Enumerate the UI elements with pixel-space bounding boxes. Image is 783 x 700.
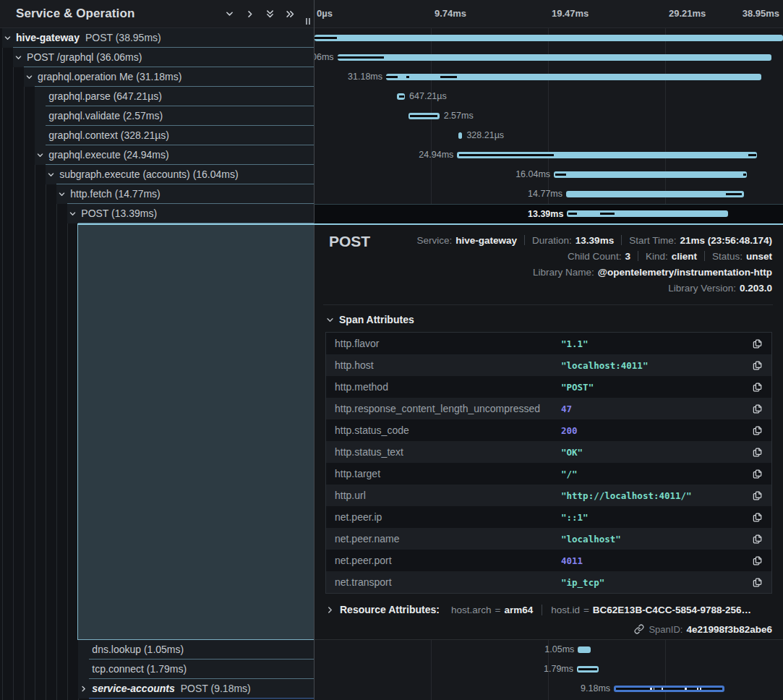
span-row-name[interactable]: subgraph.execute (accounts) (16.04ms) [0, 165, 314, 184]
attribute-row: http.host"localhost:4011" [326, 354, 771, 376]
span-duration-bar[interactable] [458, 132, 462, 139]
span-id-value: 4e21998f3b82abe6 [686, 624, 772, 635]
expand-one-chevron-right-icon[interactable] [245, 9, 254, 19]
copy-icon[interactable] [743, 490, 771, 501]
span-row-timeline[interactable]: 1.79ms [315, 660, 783, 679]
critical-path-segment [386, 76, 398, 78]
span-duration-bar[interactable] [566, 191, 744, 197]
span-row-name[interactable]: POST /graphql (36.06ms) [0, 48, 314, 67]
span-row-timeline[interactable]: 24.94ms [315, 145, 783, 165]
span-row-timeline[interactable]: 38.95ms [315, 28, 783, 48]
attribute-key: net.transport [326, 576, 561, 588]
span-row-timeline[interactable]: 2.57ms [315, 106, 783, 126]
span-row-name[interactable]: http.fetch (14.77ms) [0, 184, 314, 204]
ruler-tick-label: 38.95ms [743, 0, 779, 27]
span-collapse-chevron-down-icon[interactable] [2, 28, 13, 48]
attribute-value: 4011 [561, 555, 743, 566]
span-row-timeline[interactable]: 647.21µs [315, 87, 783, 106]
service-value: hive-gateway [455, 235, 517, 246]
span-row-timeline[interactable]: 13.39ms [315, 204, 783, 223]
span-duration-bar[interactable] [457, 152, 757, 158]
attribute-key: http.status_code [326, 424, 561, 436]
span-operation-name: graphql.context (328.21µs) [48, 129, 169, 141]
span-collapse-chevron-down-icon[interactable] [24, 67, 35, 87]
span-row-timeline[interactable]: 31.18ms [315, 67, 783, 87]
copy-icon[interactable] [743, 425, 771, 436]
span-duration-bar[interactable] [567, 210, 728, 217]
copy-icon[interactable] [743, 512, 771, 523]
span-duration-bar[interactable] [614, 686, 724, 692]
span-row-name[interactable]: tcp.connect (1.79ms) [0, 660, 314, 679]
span-duration-bar[interactable] [577, 666, 599, 673]
attribute-key: http.method [326, 381, 561, 393]
span-duration-bar[interactable] [554, 171, 747, 178]
span-collapse-chevron-down-icon[interactable] [46, 165, 56, 184]
span-duration-bar[interactable] [578, 646, 590, 653]
copy-icon[interactable] [743, 404, 771, 414]
span-row-name[interactable]: graphql.parse (647.21µs) [0, 87, 314, 106]
span-row-name[interactable]: service-accountsPOST (9.18ms) [0, 679, 314, 699]
span-collapse-chevron-down-icon[interactable] [13, 48, 24, 67]
span-row-name[interactable]: POST (13.39ms) [0, 204, 314, 223]
span-row-name[interactable]: hive-gatewayPOST (38.95ms) [0, 28, 314, 48]
copy-icon[interactable] [743, 338, 771, 349]
span-duration-bar[interactable] [408, 113, 440, 119]
copy-icon[interactable] [743, 534, 771, 545]
span-row-name[interactable]: graphql.operation Me (31.18ms) [0, 67, 314, 87]
span-row-timeline[interactable]: 328.21µs [315, 126, 783, 145]
expand-all-double-chevron-right-icon[interactable] [286, 9, 295, 19]
span-row-name[interactable]: dns.lookup (1.05ms) [0, 640, 314, 660]
copy-icon[interactable] [743, 360, 771, 371]
span-row-name[interactable]: graphql.validate (2.57ms) [0, 106, 314, 126]
critical-path-segment [616, 688, 722, 690]
span-duration-label: 1.79ms [544, 660, 573, 679]
span-collapse-chevron-down-icon[interactable] [56, 184, 67, 204]
ruler-tick-label: 9.74ms [435, 0, 466, 27]
attribute-value: "POST" [561, 382, 743, 393]
span-attributes-section-toggle[interactable]: Span Attributes [326, 313, 414, 326]
trace-timeline-view: hive-gatewayPOST (38.95ms)POST /graphql … [0, 0, 783, 700]
status-label: Status: [712, 251, 743, 262]
span-row-timeline[interactable]: 14.77ms [315, 184, 783, 204]
span-duration-bar[interactable] [315, 35, 783, 41]
attribute-key: net.peer.name [326, 533, 561, 545]
service-operation-title: Service & Operation [16, 7, 134, 21]
span-duration-bar[interactable] [386, 74, 761, 80]
copy-icon[interactable] [743, 555, 771, 566]
span-indent-cell [35, 87, 46, 106]
timeline-header: Service & Operation 0µs9.74ms19.47ms29.2… [0, 0, 783, 28]
span-duration-bar[interactable] [338, 54, 771, 61]
copy-icon[interactable] [743, 382, 771, 393]
span-row-name[interactable]: graphql.context (328.21µs) [0, 126, 314, 145]
collapse-one-chevron-down-icon[interactable] [225, 9, 234, 19]
attribute-key: http.target [326, 468, 561, 479]
span-collapse-chevron-down-icon[interactable] [67, 204, 78, 223]
span-detail-panel: POST Service: hive-gateway Duration: 13.… [315, 223, 783, 640]
span-collapse-chevron-down-icon[interactable] [35, 145, 46, 165]
span-duration-label: 14.77ms [528, 184, 562, 204]
span-duration-bar[interactable] [397, 93, 405, 100]
critical-path-segment [748, 154, 756, 156]
copy-icon[interactable] [743, 469, 771, 479]
span-row-timeline[interactable]: 16.04ms [315, 165, 783, 184]
span-duration-label: 36.06ms [315, 48, 334, 67]
span-expand-chevron-right-icon[interactable] [78, 679, 89, 699]
attribute-value: "localhost" [561, 534, 743, 545]
span-duration-label: 1.05ms [544, 640, 574, 660]
critical-path-segment [568, 213, 578, 215]
copy-icon[interactable] [743, 577, 771, 588]
copy-icon[interactable] [743, 447, 771, 458]
link-icon[interactable] [634, 624, 649, 634]
span-row-name[interactable]: graphql.execute (24.94ms) [0, 145, 314, 165]
span-row-timeline[interactable]: 1.05ms [315, 640, 783, 660]
collapse-all-double-chevron-down-icon[interactable] [265, 9, 275, 19]
critical-path-segment [399, 95, 405, 98]
column-resize-grip[interactable] [306, 18, 310, 25]
resource-attr-key: host.id [551, 605, 580, 615]
span-row-timeline[interactable]: 9.18ms [315, 679, 783, 699]
span-duration-label: 9.18ms [581, 679, 610, 699]
span-row-timeline[interactable]: 36.06ms [315, 48, 783, 67]
resource-attributes-row[interactable]: Resource Attributes: host.arch = arm64 h… [326, 602, 751, 617]
span-indent-spacer [0, 640, 78, 660]
panel-divider[interactable] [314, 0, 315, 700]
